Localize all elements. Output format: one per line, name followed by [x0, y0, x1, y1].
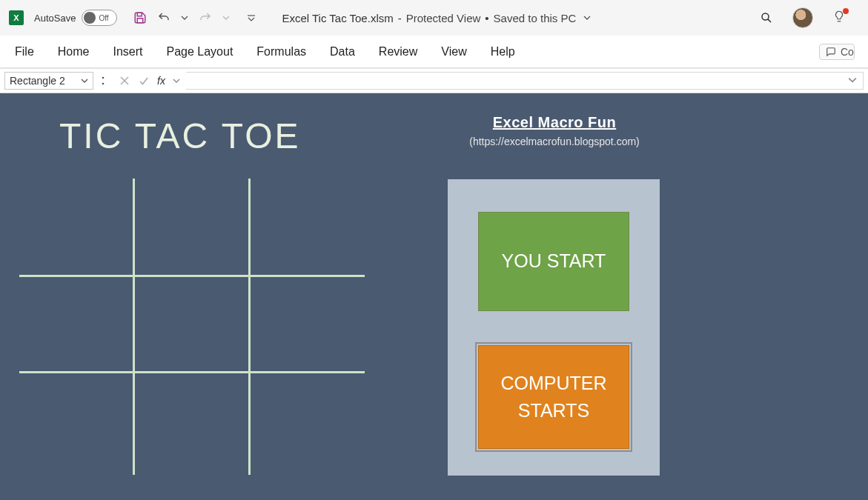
separator: -: [398, 12, 402, 24]
name-box-options-icon[interactable]: [96, 72, 110, 90]
autosave-group: AutoSave Off: [34, 10, 117, 26]
name-box[interactable]: Rectangle 2: [4, 72, 93, 90]
source-link-url: (https://excelmacrofun.blogspot.com): [448, 136, 661, 147]
formula-bar-buttons: fx: [113, 72, 186, 90]
computer-starts-label: COMPUTER STARTS: [479, 370, 629, 425]
bullet: •: [485, 12, 488, 24]
tab-view[interactable]: View: [440, 42, 468, 61]
board-cell-0-1[interactable]: [135, 179, 246, 272]
board-cell-2-0[interactable]: [19, 373, 130, 467]
fx-dropdown-icon[interactable]: [173, 77, 180, 84]
svg-rect-1: [138, 19, 144, 23]
board-cell-0-2[interactable]: [251, 179, 362, 272]
board-cell-1-1[interactable]: [135, 277, 246, 370]
insert-function-icon[interactable]: fx: [157, 75, 165, 87]
notification-dot-icon: [843, 8, 849, 14]
tab-data[interactable]: Data: [328, 42, 357, 61]
svg-point-6: [102, 83, 105, 85]
worksheet-area: TIC TAC TOE Excel Macro Fun (https://exc…: [0, 93, 868, 500]
titlebar-right: [760, 7, 859, 28]
source-link-title[interactable]: Excel Macro Fun: [448, 114, 661, 131]
you-start-label: YOU START: [502, 247, 606, 276]
autosave-label: AutoSave: [34, 13, 76, 24]
svg-line-4: [768, 19, 771, 22]
tab-formulas[interactable]: Formulas: [255, 42, 308, 61]
you-start-button[interactable]: YOU START: [478, 212, 629, 311]
board-cell-0-0[interactable]: [19, 179, 130, 272]
svg-point-5: [102, 77, 105, 79]
undo-icon[interactable]: [157, 11, 170, 24]
tab-insert[interactable]: Insert: [111, 42, 144, 61]
redo-icon[interactable]: [199, 11, 212, 24]
svg-point-3: [762, 13, 769, 20]
quick-access-toolbar: [133, 11, 258, 24]
name-box-value: Rectangle 2: [10, 75, 65, 87]
saved-status-label: Saved to this PC: [494, 12, 577, 24]
tab-review[interactable]: Review: [377, 42, 419, 61]
cancel-icon[interactable]: [119, 75, 130, 87]
title-bar: X AutoSave Off Excel Tic Tac Toe.xlsm - …: [0, 0, 868, 36]
computer-starts-button[interactable]: COMPUTER STARTS: [478, 345, 629, 449]
redo-dropdown-icon[interactable]: [222, 14, 230, 21]
search-icon[interactable]: [760, 11, 773, 24]
tab-page-layout[interactable]: Page Layout: [165, 42, 234, 61]
tab-help[interactable]: Help: [489, 42, 517, 61]
autosave-state: Off: [99, 14, 108, 22]
board-cell-2-2[interactable]: [251, 373, 362, 467]
formula-bar: Rectangle 2 fx: [0, 68, 868, 93]
coming-soon-icon[interactable]: [832, 10, 846, 26]
tic-tac-toe-board: [19, 179, 365, 475]
comments-button[interactable]: Comments: [819, 44, 855, 60]
board-cell-2-1[interactable]: [135, 373, 246, 467]
document-title-group[interactable]: Excel Tic Tac Toe.xlsm - Protected View …: [282, 12, 591, 24]
ribbon-tabs: File Home Insert Page Layout Formulas Da…: [0, 36, 868, 68]
tab-file[interactable]: File: [13, 42, 36, 61]
enter-icon[interactable]: [138, 75, 150, 87]
formula-input-wrap: [186, 72, 864, 90]
protected-view-label: Protected View: [406, 12, 481, 24]
qat-customize-icon[interactable]: [245, 11, 258, 24]
formula-input[interactable]: [191, 75, 848, 87]
formula-expand-icon[interactable]: [848, 74, 858, 87]
comments-label: Comments: [841, 46, 855, 58]
undo-dropdown-icon[interactable]: [181, 14, 188, 21]
toggle-knob-icon: [84, 12, 96, 24]
svg-rect-0: [138, 13, 142, 16]
user-avatar[interactable]: [792, 7, 813, 28]
autosave-toggle[interactable]: Off: [82, 10, 117, 26]
control-panel: YOU START COMPUTER STARTS: [448, 179, 660, 476]
save-icon[interactable]: [133, 11, 147, 24]
tab-home[interactable]: Home: [56, 42, 91, 61]
title-dropdown-icon[interactable]: [583, 14, 591, 21]
file-name: Excel Tic Tac Toe.xlsm: [282, 12, 393, 24]
board-cell-1-0[interactable]: [19, 277, 130, 370]
name-box-dropdown-icon[interactable]: [81, 77, 88, 84]
board-cell-1-2[interactable]: [251, 277, 362, 370]
excel-logo-icon: X: [9, 10, 24, 25]
game-title: TIC TAC TOE: [59, 116, 301, 156]
source-link-block: Excel Macro Fun (https://excelmacrofun.b…: [448, 114, 661, 147]
